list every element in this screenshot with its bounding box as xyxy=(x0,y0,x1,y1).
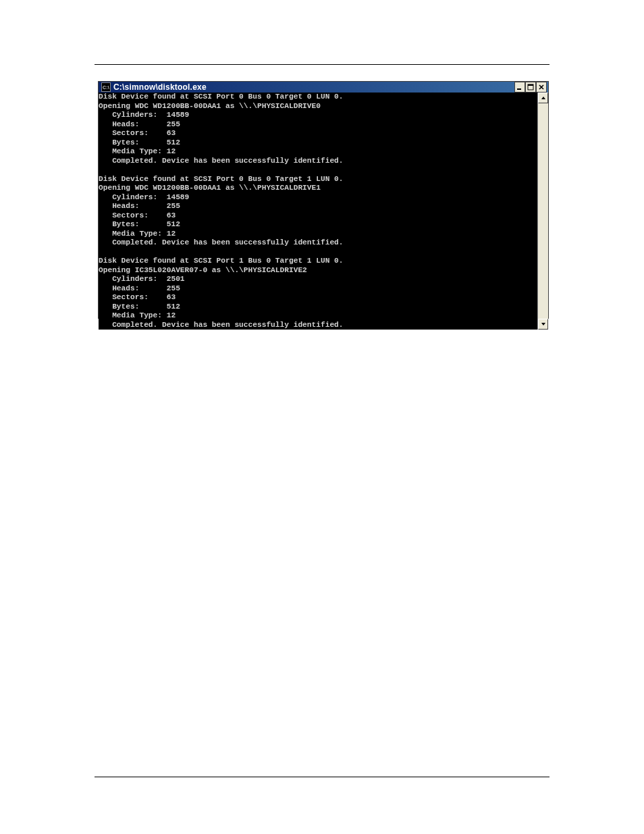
disk2-sec-val: 63 xyxy=(167,293,176,301)
chevron-down-icon xyxy=(541,321,546,327)
disk0-bytes-val: 512 xyxy=(167,138,180,147)
minimize-button[interactable] xyxy=(514,82,525,93)
titlebar[interactable]: C:\ C:\simnow\disktool.exe xyxy=(99,82,548,93)
disk0-media-label: Media Type: xyxy=(99,147,162,155)
scroll-up-button[interactable] xyxy=(538,93,548,103)
console-window: C:\ C:\simnow\disktool.exe Disk Device f… xyxy=(98,81,549,319)
disk1-cyl-label: Cylinders: xyxy=(99,193,157,201)
scroll-down-button[interactable] xyxy=(538,319,548,330)
disk1-found: Disk Device found at SCSI Port 0 Bus 0 T… xyxy=(99,175,344,183)
disk0-bytes-label: Bytes: xyxy=(99,138,139,147)
disk2-bytes-val: 512 xyxy=(167,303,180,311)
disk1-media-label: Media Type: xyxy=(99,230,162,238)
close-icon xyxy=(538,84,545,90)
disk0-cyl-label: Cylinders: xyxy=(99,111,157,119)
disk0-opening: Opening WDC WD1200BB-00DAA1 as \\.\PHYSI… xyxy=(99,102,321,110)
disk1-bytes-label: Bytes: xyxy=(99,220,139,228)
vertical-scrollbar[interactable] xyxy=(537,93,548,330)
window-controls xyxy=(514,82,548,93)
disk2-heads-label: Heads: xyxy=(99,284,139,292)
window-body: Disk Device found at SCSI Port 0 Bus 0 T… xyxy=(99,93,548,330)
disk1-completed: Completed. Device has been successfully … xyxy=(99,238,344,246)
svg-rect-2 xyxy=(528,84,533,86)
disk0-heads-val: 255 xyxy=(167,120,180,128)
disk0-sec-label: Sectors: xyxy=(99,129,149,137)
disk0-sec-val: 63 xyxy=(167,129,176,137)
disk1-cyl-val: 14589 xyxy=(167,193,190,201)
disk0-found: Disk Device found at SCSI Port 0 Bus 0 T… xyxy=(99,93,344,101)
disk2-opening: Opening IC35L020AVER07-0 as \\.\PHYSICAL… xyxy=(99,266,307,274)
disk2-cyl-val: 2501 xyxy=(167,275,185,283)
disk1-sec-val: 63 xyxy=(167,211,176,219)
close-button[interactable] xyxy=(536,82,547,93)
maximize-button[interactable] xyxy=(525,82,536,93)
disk1-bytes-val: 512 xyxy=(167,220,180,228)
minimize-icon xyxy=(516,84,523,90)
disk0-completed: Completed. Device has been successfully … xyxy=(99,157,344,165)
disk1-heads-val: 255 xyxy=(167,202,180,210)
cmd-icon: C:\ xyxy=(101,82,111,92)
disk2-media-val: 12 xyxy=(167,311,176,319)
disk2-sec-label: Sectors: xyxy=(99,293,149,301)
disk2-cyl-label: Cylinders: xyxy=(99,275,157,283)
disk1-sec-label: Sectors: xyxy=(99,211,149,219)
disk2-bytes-label: Bytes: xyxy=(99,303,139,311)
disk2-heads-val: 255 xyxy=(167,284,180,292)
disk2-completed: Completed. Device has been successfully … xyxy=(99,321,344,329)
svg-rect-0 xyxy=(517,88,521,90)
disk1-heads-label: Heads: xyxy=(99,202,139,210)
divider-bottom xyxy=(95,777,549,777)
divider-top xyxy=(95,64,549,65)
window-title: C:\simnow\disktool.exe xyxy=(113,82,514,92)
chevron-up-icon xyxy=(541,95,546,101)
maximize-icon xyxy=(527,84,534,90)
disk1-opening: Opening WDC WD1200BB-00DAA1 as \\.\PHYSI… xyxy=(99,184,321,192)
page: C:\ C:\simnow\disktool.exe Disk Device f… xyxy=(0,0,644,834)
disk0-heads-label: Heads: xyxy=(99,120,139,128)
disk2-found: Disk Device found at SCSI Port 1 Bus 0 T… xyxy=(99,257,344,265)
disk0-cyl-val: 14589 xyxy=(167,111,190,119)
disk0-media-val: 12 xyxy=(167,147,176,155)
disk2-media-label: Media Type: xyxy=(99,311,162,319)
disk1-media-val: 12 xyxy=(167,230,176,238)
scroll-track[interactable] xyxy=(538,103,548,319)
console-output[interactable]: Disk Device found at SCSI Port 0 Bus 0 T… xyxy=(99,93,537,330)
